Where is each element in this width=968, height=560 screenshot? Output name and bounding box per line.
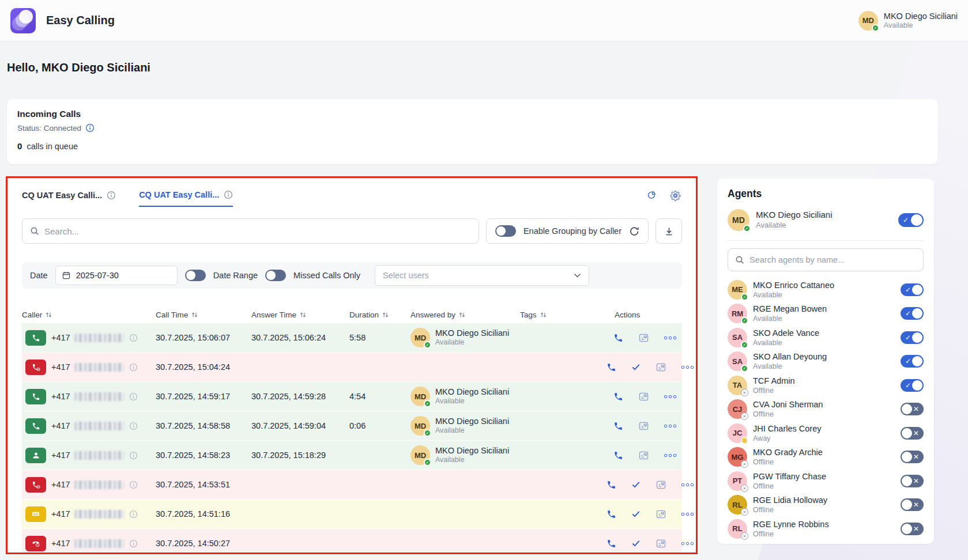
call-time: 30.7.2025, 14:50:27: [156, 539, 251, 548]
agent-enabled-toggle[interactable]: ✓: [901, 331, 924, 344]
call-back-icon[interactable]: [613, 333, 623, 343]
agent-name: CVA Joni Sherman: [753, 399, 823, 410]
caller-number-prefix: +417: [51, 333, 70, 342]
agents-search-box[interactable]: [728, 248, 924, 271]
answered-by-status: Available: [435, 397, 509, 406]
agent-avatar: MD✓: [728, 209, 749, 231]
agent-enabled-toggle[interactable]: ✓: [901, 307, 924, 320]
contact-card-icon[interactable]: [656, 479, 666, 490]
agent-enabled-toggle[interactable]: ✕: [901, 523, 924, 535]
call-row[interactable]: +417 30.7.2025, 14:50:27: [22, 529, 682, 553]
call-search-box[interactable]: [22, 218, 479, 244]
agent-enabled-toggle[interactable]: ✕: [901, 498, 924, 511]
call-back-icon[interactable]: [613, 392, 623, 402]
column-tags[interactable]: Tags: [520, 311, 607, 319]
more-actions-icon[interactable]: [681, 513, 694, 516]
contact-card-icon[interactable]: [638, 421, 649, 432]
call-back-icon[interactable]: [607, 509, 616, 519]
call-back-icon[interactable]: [607, 362, 616, 372]
agent-name: MKO Diego Siciliani: [756, 210, 833, 221]
refresh-icon[interactable]: [629, 226, 639, 236]
info-icon[interactable]: [129, 510, 138, 519]
call-time: 30.7.2025, 15:06:07: [156, 333, 251, 342]
info-icon[interactable]: [129, 363, 138, 372]
answered-by-name: MKO Diego Siciliani: [435, 445, 509, 456]
info-icon[interactable]: [129, 451, 138, 460]
call-back-icon[interactable]: [613, 451, 623, 460]
more-actions-icon[interactable]: [664, 425, 676, 427]
header-user-menu[interactable]: MD ✓ MKO Diego Siciliani Available: [858, 11, 958, 31]
settings-gear-icon[interactable]: [670, 190, 681, 201]
tab-queue-1[interactable]: CQ UAT Easy Calli...: [22, 190, 116, 207]
info-icon[interactable]: [107, 191, 116, 200]
call-row[interactable]: +417 30.7.2025, 15:06:07 30.7.2025, 15:0…: [22, 323, 682, 353]
call-row[interactable]: +417 30.7.2025, 14:53:51: [22, 470, 682, 500]
info-icon[interactable]: [129, 334, 138, 342]
column-answered-by[interactable]: Answered by: [410, 311, 520, 319]
agent-enabled-toggle[interactable]: ✕: [901, 427, 924, 440]
agent-enabled-toggle[interactable]: ✓: [901, 283, 924, 296]
date-range-toggle[interactable]: [185, 270, 206, 281]
call-back-icon[interactable]: [607, 539, 616, 548]
search-icon: [30, 226, 39, 236]
info-icon[interactable]: [224, 190, 233, 199]
agent-name: TCF Admin: [753, 376, 795, 386]
mark-handled-check-icon[interactable]: [631, 362, 641, 372]
agent-enabled-toggle[interactable]: ✕: [901, 451, 924, 463]
download-button[interactable]: [656, 218, 682, 244]
info-icon[interactable]: [129, 480, 138, 489]
user-name: MKO Diego Siciliani: [884, 12, 958, 21]
column-answer-time[interactable]: Answer Time: [251, 311, 349, 319]
info-icon[interactable]: [129, 392, 138, 401]
select-users-dropdown[interactable]: Select users: [375, 265, 589, 286]
agent-avatar: SA✓: [728, 328, 747, 347]
call-time: 30.7.2025, 14:53:51: [156, 480, 251, 489]
call-row[interactable]: +417 30.7.2025, 15:04:24: [22, 353, 682, 382]
call-statistics-icon[interactable]: [647, 191, 657, 201]
contact-card-icon[interactable]: [656, 362, 666, 373]
column-duration[interactable]: Duration: [349, 311, 410, 319]
grouping-control: Enable Grouping by Caller: [486, 218, 649, 244]
mark-handled-check-icon[interactable]: [631, 539, 641, 548]
info-icon[interactable]: [129, 539, 138, 548]
more-actions-icon[interactable]: [681, 366, 694, 369]
call-row[interactable]: +417 30.7.2025, 14:51:16: [22, 500, 682, 529]
contact-card-icon[interactable]: [656, 509, 666, 520]
date-label: Date: [30, 271, 48, 280]
agent-enabled-toggle[interactable]: ✓: [901, 355, 924, 368]
agents-search-input[interactable]: [749, 255, 916, 264]
more-actions-icon[interactable]: [664, 336, 676, 339]
more-actions-icon[interactable]: [664, 454, 676, 457]
answered-by-name: MKO Diego Siciliani: [435, 387, 509, 397]
contact-card-icon[interactable]: [656, 538, 666, 549]
call-back-icon[interactable]: [607, 480, 616, 490]
mark-handled-check-icon[interactable]: [631, 480, 641, 489]
missed-calls-only-toggle[interactable]: [265, 270, 286, 281]
info-icon[interactable]: [85, 123, 95, 133]
date-picker[interactable]: [55, 266, 178, 285]
more-actions-icon[interactable]: [664, 395, 676, 398]
call-back-icon[interactable]: [613, 421, 623, 431]
agent-enabled-toggle[interactable]: ✓: [898, 213, 924, 227]
agent-enabled-toggle[interactable]: ✕: [901, 475, 924, 487]
column-caller[interactable]: Caller: [22, 311, 156, 319]
more-actions-icon[interactable]: [681, 483, 694, 486]
caller-number-redacted: [74, 539, 124, 548]
date-input[interactable]: [76, 271, 140, 280]
call-table-header: Caller Call Time Answer Time Duration An…: [22, 306, 682, 323]
tab-queue-2-active[interactable]: CQ UAT Easy Calli...: [139, 190, 233, 207]
mark-handled-check-icon[interactable]: [631, 509, 641, 519]
contact-card-icon[interactable]: [638, 332, 649, 343]
call-search-input[interactable]: [44, 226, 471, 236]
call-row[interactable]: +417 30.7.2025, 14:58:23 30.7.2025, 15:1…: [22, 441, 682, 470]
agent-enabled-toggle[interactable]: ✕: [901, 403, 924, 415]
grouping-toggle[interactable]: [495, 225, 516, 237]
contact-card-icon[interactable]: [638, 450, 649, 461]
info-icon[interactable]: [129, 422, 138, 430]
contact-card-icon[interactable]: [638, 391, 649, 402]
more-actions-icon[interactable]: [681, 542, 694, 545]
call-row[interactable]: +417 30.7.2025, 14:59:17 30.7.2025, 14:5…: [22, 382, 682, 411]
call-row[interactable]: +417 30.7.2025, 14:58:58 30.7.2025, 14:5…: [22, 411, 682, 441]
agent-enabled-toggle[interactable]: ✓: [901, 379, 924, 392]
column-call-time[interactable]: Call Time: [156, 311, 251, 319]
